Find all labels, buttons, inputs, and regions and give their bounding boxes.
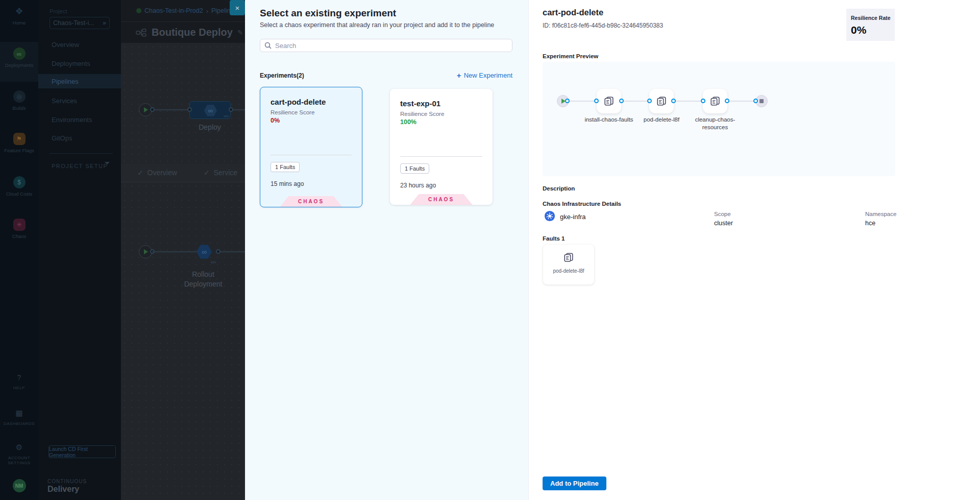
- sidebar-item-label: Cloud Costs: [0, 191, 38, 197]
- code-icon: </>: [211, 260, 216, 264]
- sidebar-item-builds[interactable]: ◎ Builds: [0, 90, 38, 111]
- plus-icon: +: [457, 71, 461, 80]
- resilience-rate-box: Resilience Rate 0%: [846, 9, 895, 41]
- search-box: [260, 39, 512, 52]
- project-selector[interactable]: Chaos-Test-i... »: [50, 17, 110, 29]
- resilience-score-label: Resilience Score: [271, 109, 314, 115]
- chaos-brand-ribbon: CHAOS: [280, 196, 342, 207]
- experiment-detail-pane: cart-pod-delete ID: f06c81c8-fef6-445d-b…: [528, 0, 980, 500]
- sidebar-item-label: SETTINGS: [0, 461, 38, 465]
- feature-flags-icon: ⚑: [13, 133, 26, 145]
- expand-projects-icon: »: [103, 19, 106, 27]
- module-sidebar: ❖ Home ∞ Deployments ◎ Builds ⚑ Feature …: [0, 0, 38, 500]
- sidebar-item-label: ACCOUNT: [0, 456, 38, 460]
- pipeline-icon: [136, 29, 147, 37]
- sidebar-item-chaos[interactable]: ✳ Chaos: [0, 219, 38, 239]
- port: [701, 99, 705, 103]
- tab-overview[interactable]: ✓ Overview: [137, 169, 177, 177]
- config-tabs: ✓ Overview ✓ Service: [121, 163, 245, 182]
- continuous-label: CONTINUOUS: [47, 479, 87, 484]
- nav-item-deployments[interactable]: Deployments: [52, 60, 90, 67]
- resilience-score-value: 100%: [400, 118, 416, 126]
- pipeline-canvas-bottom: ∞ </> Rollout Deployment: [121, 182, 245, 500]
- port: [671, 99, 676, 103]
- experiment-preview-label: Experiment Preview: [543, 53, 598, 59]
- nav-item-overview[interactable]: Overview: [52, 41, 79, 49]
- edit-pencil-icon[interactable]: ✎: [237, 29, 243, 36]
- add-to-pipeline-button[interactable]: Add to Pipeline: [543, 477, 606, 490]
- drawer-title: Select an existing experiment: [260, 8, 396, 19]
- launch-cd-first-gen-button[interactable]: Launch CD First Generation: [48, 445, 116, 458]
- port: [647, 99, 652, 103]
- last-updated: 15 mins ago: [271, 180, 304, 187]
- namespace-label: Namespace: [865, 211, 896, 217]
- stage-node-deploy[interactable]: ∞ </>: [189, 101, 231, 119]
- scope-value: cluster: [714, 220, 733, 227]
- page-title-bar: Boutique Deploy ✎: [121, 22, 245, 43]
- preview-step-pod-delete[interactable]: [649, 89, 674, 113]
- resilience-rate-value: 0%: [851, 24, 895, 36]
- project-subnav: Project Chaos-Test-i... » Overview Deplo…: [38, 0, 121, 500]
- dimmed-background-page: ❖ Home ∞ Deployments ◎ Builds ⚑ Feature …: [0, 0, 245, 500]
- sidebar-item-home[interactable]: ❖ Home: [0, 5, 38, 26]
- tab-service[interactable]: ✓ Service: [204, 169, 237, 177]
- builds-icon: ◎: [13, 90, 26, 103]
- resilience-score-label: Resilience Score: [400, 111, 444, 117]
- faults-badge: 1 Faults: [400, 163, 429, 174]
- connector: [152, 251, 200, 252]
- resilience-score-value: 0%: [271, 117, 280, 124]
- play-icon: [144, 107, 148, 112]
- nav-item-environments[interactable]: Environments: [52, 116, 92, 124]
- drawer-subtitle: Select a chaos experiment that already r…: [260, 21, 494, 29]
- divider: [50, 153, 113, 154]
- kubernetes-icon: [544, 210, 555, 222]
- experiments-count-header: Experiments(2): [260, 72, 304, 79]
- experiment-list-pane: Select an existing experiment Select a c…: [245, 0, 528, 500]
- sidebar-item-deployments[interactable]: ∞ Deployments: [0, 47, 38, 68]
- sidebar-item-account-settings[interactable]: ⚙ ACCOUNT SETTINGS: [0, 441, 38, 465]
- nav-item-gitops[interactable]: GitOps: [52, 134, 72, 142]
- project-setup-toggle[interactable]: PROJECT SETUP: [52, 163, 108, 169]
- detail-title: cart-pod-delete: [543, 8, 603, 17]
- divider: [400, 156, 482, 157]
- sidebar-item-cloud-costs[interactable]: $ Cloud Costs: [0, 176, 38, 197]
- cd-stage-icon: ∞: [204, 104, 217, 117]
- close-drawer-button[interactable]: ×: [230, 0, 245, 15]
- new-experiment-button[interactable]: + New Experiment: [457, 71, 512, 80]
- user-avatar[interactable]: NM: [0, 479, 38, 492]
- infra-section-label: Chaos Infrastructure Details: [543, 201, 621, 207]
- rollout-step-icon: ∞: [202, 248, 207, 256]
- experiment-preview-canvas: install-chaos-faults pod-delete-l8f clea…: [543, 62, 895, 176]
- sidebar-item-help[interactable]: ? HELP: [0, 371, 38, 390]
- fault-icon: [563, 252, 574, 263]
- breadcrumb-project-link[interactable]: Chaos-Test-in-Prod2: [144, 7, 203, 14]
- preview-step-install-chaos-faults[interactable]: [597, 89, 621, 113]
- help-icon: ?: [13, 371, 26, 384]
- page-title: Boutique Deploy: [152, 27, 233, 38]
- faults-section-label: Faults 1: [543, 235, 565, 242]
- rollout-step-label-line2: Deployment: [178, 280, 229, 288]
- experiment-card-cart-pod-delete[interactable]: cart-pod-delete Resilience Score 0% 1 Fa…: [260, 87, 362, 207]
- sidebar-item-feature-flags[interactable]: ⚑ Feature Flags: [0, 133, 38, 153]
- faults-badge: 1 Faults: [271, 162, 300, 172]
- search-input[interactable]: [275, 42, 508, 50]
- experiment-card-test-exp-01[interactable]: test-exp-01 Resilience Score 100% 1 Faul…: [390, 89, 493, 205]
- pipeline-studio-background: Chaos-Test-in-Prod2 › Pipelines Boutique…: [121, 0, 245, 500]
- nav-item-services[interactable]: Services: [52, 97, 77, 105]
- scope-label: Scope: [714, 211, 731, 217]
- port: [725, 99, 729, 103]
- rollout-step-node[interactable]: ∞: [197, 244, 212, 259]
- preview-step-cleanup-chaos-resources[interactable]: [703, 89, 727, 113]
- infra-name: gke-infra: [560, 213, 586, 221]
- experiment-name: cart-pod-delete: [271, 98, 326, 106]
- sidebar-item-label: Deployments: [0, 62, 38, 68]
- app-root: ❖ Home ∞ Deployments ◎ Builds ⚑ Feature …: [0, 0, 980, 500]
- home-icon: ❖: [13, 5, 26, 17]
- experiment-id: ID: f06c81c8-fef6-445d-b98c-324645950383: [543, 22, 663, 29]
- sidebar-item-dashboards[interactable]: ▦ DASHBOARDS: [0, 407, 38, 426]
- nav-item-pipelines[interactable]: Pipelines: [52, 78, 79, 85]
- play-icon: [144, 249, 148, 254]
- fault-card-pod-delete[interactable]: pod-delete-l8f: [543, 245, 594, 284]
- chaos-icon: ✳: [13, 219, 26, 231]
- check-icon: ✓: [204, 169, 210, 177]
